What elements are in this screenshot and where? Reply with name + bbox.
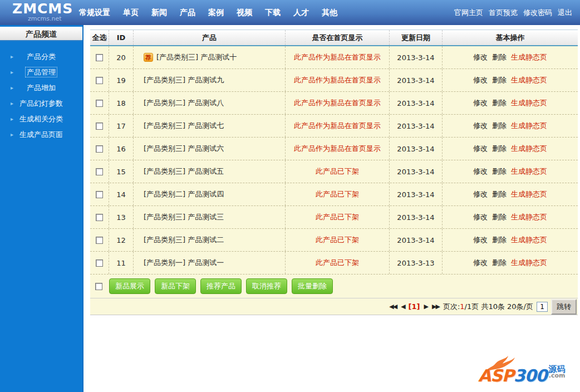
row-checkbox[interactable]	[96, 214, 103, 221]
row-checkbox[interactable]	[96, 145, 103, 153]
nav-downloads[interactable]: 下载	[265, 8, 281, 18]
nav-news[interactable]: 新闻	[151, 8, 167, 18]
generate-static-link[interactable]: 生成静态页	[511, 75, 547, 85]
row-checkbox[interactable]	[96, 168, 103, 175]
row-checkbox[interactable]	[96, 122, 103, 130]
current-page-number[interactable]: [1]	[409, 302, 420, 311]
modify-link[interactable]: 修改	[473, 166, 488, 177]
row-checkbox[interactable]	[96, 259, 103, 267]
row-checkbox[interactable]	[96, 77, 103, 84]
header-select-all[interactable]: 全选	[90, 30, 109, 45]
nav-other[interactable]: 其他	[322, 8, 337, 18]
row-checkbox[interactable]	[96, 100, 103, 107]
row-checkbox[interactable]	[96, 237, 103, 244]
product-title[interactable]: [产品类别三] 产品测试九	[144, 75, 224, 85]
sidebar-item-1[interactable]: ▸产品管理	[0, 65, 82, 80]
generate-static-link[interactable]: 生成静态页	[511, 189, 547, 199]
status-text: 此产品已下架	[316, 166, 359, 177]
first-page-icon[interactable]: ◀◀	[389, 303, 397, 310]
batch-delete-button[interactable]: 批量删除	[292, 278, 333, 294]
generate-static-link[interactable]: 生成静态页	[511, 121, 547, 131]
modify-link[interactable]: 修改	[473, 258, 488, 268]
generate-static-link[interactable]: 生成静态页	[511, 144, 547, 154]
delete-link[interactable]: 删除	[492, 52, 507, 62]
row-select-cell	[90, 92, 109, 114]
product-title[interactable]: [产品类别二] 产品测试四	[144, 189, 224, 199]
delete-link[interactable]: 删除	[492, 166, 507, 177]
modify-link[interactable]: 修改	[473, 189, 488, 199]
delete-link[interactable]: 删除	[492, 144, 507, 154]
delete-link[interactable]: 删除	[492, 189, 507, 199]
product-title[interactable]: [产品类别三] 产品测试五	[144, 166, 224, 177]
delete-link[interactable]: 删除	[492, 258, 507, 268]
jump-page-input[interactable]	[537, 302, 548, 312]
delete-link[interactable]: 删除	[492, 98, 507, 108]
delete-link[interactable]: 删除	[492, 75, 507, 85]
sidebar-item-0[interactable]: ▸产品分类	[0, 49, 82, 65]
generate-static-link[interactable]: 生成静态页	[511, 52, 547, 62]
generate-static-link[interactable]: 生成静态页	[511, 235, 547, 245]
nav-site-home[interactable]: 官网主页	[454, 8, 483, 18]
row-status-cell: 此产品已下架	[286, 183, 390, 205]
arrow-icon: ▸	[11, 127, 13, 143]
product-title[interactable]: [产品类别三] 产品测试七	[144, 121, 224, 131]
table-row: 16[产品类别三] 产品测试六此产品作为新品在首页显示2013-3-14修改删除…	[90, 138, 578, 160]
row-actions-cell: 修改删除生成静态页	[443, 183, 578, 205]
row-status-cell: 此产品作为新品在首页显示	[286, 115, 390, 137]
product-title[interactable]: [产品类别三] 产品测试三	[144, 212, 224, 222]
row-actions-cell: 修改删除生成静态页	[443, 206, 578, 228]
sidebar-item-4[interactable]: ▸生成相关分类	[0, 111, 82, 127]
nav-products[interactable]: 产品	[180, 8, 195, 18]
modify-link[interactable]: 修改	[473, 144, 488, 154]
cancel-recommend-button[interactable]: 取消推荐	[246, 278, 287, 294]
row-select-cell	[90, 183, 109, 205]
prev-page-icon[interactable]: ◀	[400, 303, 405, 310]
product-title[interactable]: [产品类别三] 产品测试二	[144, 235, 224, 245]
generate-static-link[interactable]: 生成静态页	[511, 166, 547, 177]
modify-link[interactable]: 修改	[473, 121, 488, 131]
nav-cases[interactable]: 案例	[208, 8, 224, 18]
row-product-cell: 荐[产品类别三] 产品测试十	[134, 46, 286, 68]
delete-link[interactable]: 删除	[492, 212, 507, 222]
nav-general-settings[interactable]: 常规设置	[79, 8, 110, 18]
sidebar-item-2[interactable]: ▸产品增加	[0, 80, 82, 96]
last-page-icon[interactable]: ▶▶	[431, 303, 440, 310]
table-row: 19[产品类别三] 产品测试九此产品作为新品在首页显示2013-3-14修改删除…	[90, 69, 578, 92]
delete-link[interactable]: 删除	[492, 121, 507, 131]
product-title[interactable]: [产品类别一] 产品测试一	[144, 258, 224, 268]
nav-change-password[interactable]: 修改密码	[523, 8, 552, 18]
sidebar-title: 产品频道	[0, 27, 82, 41]
unlist-new-button[interactable]: 新品下架	[155, 278, 196, 294]
jump-button[interactable]: 跳转	[551, 299, 577, 315]
nav-home-preview[interactable]: 首页预览	[489, 8, 518, 18]
modify-link[interactable]: 修改	[473, 212, 488, 222]
nav-video[interactable]: 视频	[237, 8, 252, 18]
sidebar-item-5[interactable]: ▸生成产品页面	[0, 127, 82, 143]
product-title[interactable]: [产品类别二] 产品测试八	[144, 98, 224, 108]
row-checkbox[interactable]	[96, 54, 103, 61]
row-checkbox[interactable]	[96, 191, 103, 198]
generate-static-link[interactable]: 生成静态页	[511, 258, 547, 268]
select-all-checkbox[interactable]	[95, 283, 102, 290]
modify-link[interactable]: 修改	[473, 52, 488, 62]
modify-link[interactable]: 修改	[473, 75, 488, 85]
modify-link[interactable]: 修改	[473, 98, 488, 108]
show-new-button[interactable]: 新品展示	[109, 278, 150, 294]
row-product-cell: [产品类别二] 产品测试八	[134, 92, 286, 114]
delete-link[interactable]: 删除	[492, 235, 507, 245]
product-title[interactable]: [产品类别三] 产品测试十	[156, 52, 237, 62]
nav-talent[interactable]: 人才	[293, 8, 309, 18]
product-title[interactable]: [产品类别三] 产品测试六	[144, 144, 224, 154]
sidebar-item-3[interactable]: ▸产品幻灯参数	[0, 96, 82, 111]
row-select-cell	[90, 206, 109, 228]
nav-logout[interactable]: 退出	[558, 8, 572, 18]
nav-single-page[interactable]: 单页	[123, 8, 139, 18]
status-text: 此产品作为新品在首页显示	[294, 75, 381, 85]
generate-static-link[interactable]: 生成静态页	[511, 98, 547, 108]
modify-link[interactable]: 修改	[473, 235, 488, 245]
sidebar-item-label: 生成相关分类	[18, 114, 64, 124]
header-product: 产品	[134, 30, 286, 45]
recommend-product-button[interactable]: 推荐产品	[200, 278, 242, 294]
generate-static-link[interactable]: 生成静态页	[511, 212, 547, 222]
next-page-icon[interactable]: ▶	[424, 303, 428, 310]
